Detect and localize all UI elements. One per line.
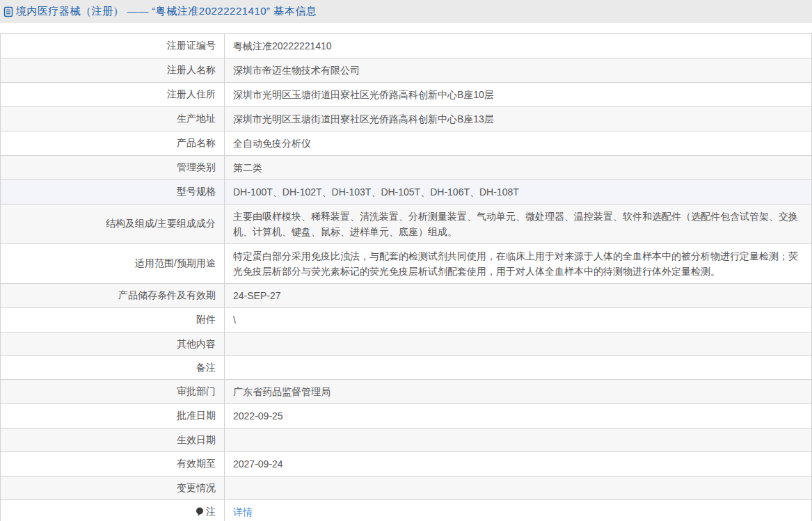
row-value bbox=[225, 332, 811, 355]
row-label-text: 注册证编号 bbox=[167, 40, 216, 52]
table-row: 适用范围/预期用途特定蛋白部分采用免疫比浊法，与配套的检测试剂共同使用，在临床上… bbox=[1, 244, 811, 284]
row-label-text: 其他内容 bbox=[177, 338, 216, 351]
row-value bbox=[225, 428, 811, 451]
table-row: 产品名称全自动免疫分析仪 bbox=[1, 131, 811, 156]
row-label: 注册人名称 bbox=[1, 58, 225, 82]
row-label: 生效日期 bbox=[1, 428, 225, 451]
row-value: 详情 bbox=[225, 500, 811, 521]
row-value: 特定蛋白部分采用免疫比浊法，与配套的检测试剂共同使用，在临床上用于对来源于人体的… bbox=[225, 244, 811, 283]
table-row: 生效日期 bbox=[1, 428, 811, 452]
row-label: 附件 bbox=[1, 308, 225, 332]
table-row: 管理类别第二类 bbox=[1, 156, 811, 180]
row-label-text: 注 bbox=[206, 506, 216, 518]
row-value: 2022-09-25 bbox=[225, 404, 811, 428]
row-label-text: 注册人名称 bbox=[167, 64, 216, 77]
row-label: 注册证编号 bbox=[1, 34, 225, 58]
table-row: 注册人住所深圳市光明区玉塘街道田寮社区光侨路高科创新中心B座10层 bbox=[1, 83, 811, 107]
row-label-text: 生效日期 bbox=[177, 434, 216, 447]
info-table: 注册证编号粤械注准20222221410注册人名称深圳市帝迈生物技术有限公司注册… bbox=[0, 33, 812, 521]
row-label: 结构及组成/主要组成成分 bbox=[1, 205, 225, 243]
table-row: 备注 bbox=[1, 356, 811, 380]
row-label-text: 批准日期 bbox=[177, 410, 216, 422]
row-value: 深圳市帝迈生物技术有限公司 bbox=[225, 58, 811, 82]
page-header: 境内医疗器械（注册） —— “粤械注准20222221410” 基本信息 bbox=[0, 0, 812, 23]
detail-link[interactable]: 详情 bbox=[233, 504, 253, 520]
table-row: 注册人名称深圳市帝迈生物技术有限公司 bbox=[1, 58, 811, 83]
table-row: 审批部门广东省药品监督管理局 bbox=[1, 380, 811, 404]
row-label: 审批部门 bbox=[1, 380, 225, 403]
table-row: 其他内容 bbox=[1, 332, 811, 356]
row-value: 广东省药品监督管理局 bbox=[225, 380, 811, 403]
row-label-text: 产品名称 bbox=[177, 137, 216, 150]
row-value: 粤械注准20222221410 bbox=[225, 34, 811, 58]
row-label: 批准日期 bbox=[1, 404, 225, 428]
row-label-text: 结构及组成/主要组成成分 bbox=[106, 218, 216, 230]
row-value: 全自动免疫分析仪 bbox=[225, 131, 811, 155]
row-value: \ bbox=[225, 308, 811, 332]
row-value: 2027-09-24 bbox=[225, 452, 811, 476]
row-value: 深圳市光明区玉塘街道田寮社区光侨路高科创新中心B座10层 bbox=[225, 83, 811, 106]
table-row: 有效期至2027-09-24 bbox=[1, 452, 811, 476]
row-value: 深圳市光明区玉塘街道田寮社区光侨路高科创新中心B座13层 bbox=[225, 107, 811, 131]
row-value: 第二类 bbox=[225, 156, 811, 179]
row-label-text: 注册人住所 bbox=[167, 88, 216, 101]
row-value: 24-SEP-27 bbox=[225, 284, 811, 307]
document-icon bbox=[3, 6, 13, 17]
row-value bbox=[225, 356, 811, 379]
table-row: 结构及组成/主要组成成分主要由吸样模块、稀释装置、清洗装置、分析测量装置、气动单… bbox=[1, 205, 811, 244]
table-row: 生产地址深圳市光明区玉塘街道田寮社区光侨路高科创新中心B座13层 bbox=[1, 107, 811, 131]
row-label-text: 变更情况 bbox=[177, 482, 216, 495]
row-label-text: 有效期至 bbox=[177, 458, 216, 470]
row-label: 产品储存条件及有效期 bbox=[1, 284, 225, 307]
page-title: 境内医疗器械（注册） —— “粤械注准20222221410” 基本信息 bbox=[16, 5, 317, 18]
row-value bbox=[225, 476, 811, 499]
row-label: 生产地址 bbox=[1, 107, 225, 131]
row-label-text: 备注 bbox=[196, 362, 216, 374]
row-label: 适用范围/预期用途 bbox=[1, 244, 225, 283]
table-row: 注册证编号粤械注准20222221410 bbox=[1, 34, 811, 58]
row-value: 主要由吸样模块、稀释装置、清洗装置、分析测量装置、气动单元、微处理器、温控装置、… bbox=[225, 205, 811, 243]
row-label: 备注 bbox=[1, 356, 225, 379]
row-label: 其他内容 bbox=[1, 332, 225, 355]
table-row: 批准日期2022-09-25 bbox=[1, 404, 811, 428]
row-label: 型号规格 bbox=[1, 180, 225, 204]
row-label: 有效期至 bbox=[1, 452, 225, 476]
table-row: 产品储存条件及有效期24-SEP-27 bbox=[1, 284, 811, 308]
row-label: 注册人住所 bbox=[1, 83, 225, 106]
row-label-text: 管理类别 bbox=[177, 161, 216, 174]
row-label-text: 生产地址 bbox=[177, 113, 216, 125]
row-label: 管理类别 bbox=[1, 156, 225, 179]
table-row: 附件\ bbox=[1, 308, 811, 332]
row-label-text: 审批部门 bbox=[177, 385, 216, 398]
row-label: 产品名称 bbox=[1, 131, 225, 155]
row-label: 注 bbox=[1, 500, 225, 521]
table-row: 变更情况 bbox=[1, 476, 811, 500]
row-label: 变更情况 bbox=[1, 476, 225, 499]
row-label-text: 适用范围/预期用途 bbox=[135, 257, 216, 270]
table-row: 型号规格DH-100T、DH-102T、DH-103T、DH-105T、DH-1… bbox=[1, 180, 811, 205]
row-label-text: 型号规格 bbox=[177, 186, 216, 198]
row-label-text: 附件 bbox=[196, 314, 216, 326]
balloon-icon bbox=[196, 507, 204, 517]
table-row: 注详情 bbox=[1, 500, 811, 521]
row-label-text: 产品储存条件及有效期 bbox=[118, 289, 216, 302]
row-value: DH-100T、DH-102T、DH-103T、DH-105T、DH-106T、… bbox=[225, 180, 811, 204]
